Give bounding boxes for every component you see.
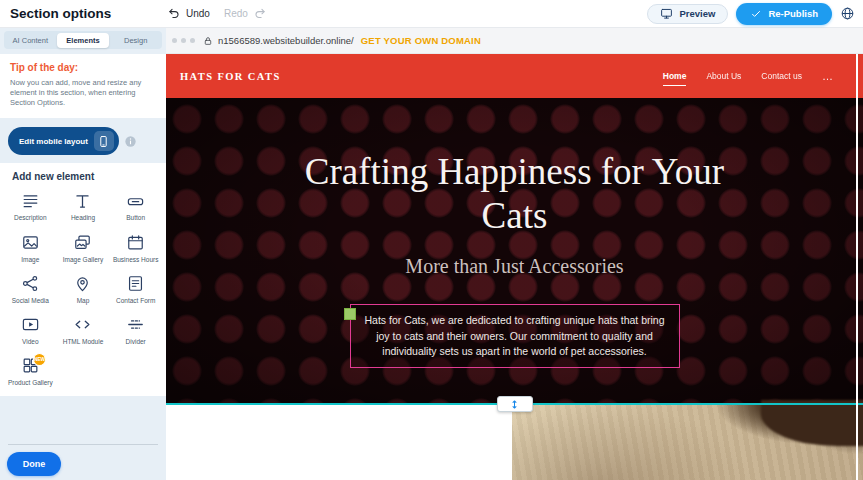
element-map[interactable]: Map <box>57 271 110 308</box>
phone-icon <box>94 131 114 151</box>
element-social-media[interactable]: Social Media <box>4 271 57 308</box>
element-label: Heading <box>71 214 95 222</box>
lock-icon <box>203 36 213 46</box>
undo-icon <box>168 7 181 20</box>
site-preview: HATS FOR CATS Home About Us Contact us …… <box>166 54 863 480</box>
done-button[interactable]: Done <box>7 452 61 476</box>
element-label: Image Gallery <box>63 256 103 264</box>
contact-form-icon <box>126 274 145 294</box>
nav-contact-us[interactable]: Contact us <box>761 67 802 85</box>
element-label: HTML Module <box>63 338 104 346</box>
site-nav: Home About Us Contact us … <box>663 67 833 86</box>
heading-icon <box>73 191 92 211</box>
window-dots <box>172 38 195 43</box>
get-domain-link[interactable]: GET YOUR OWN DOMAIN <box>361 35 481 46</box>
video-icon <box>21 315 40 335</box>
empty-content-area <box>166 404 512 480</box>
mobile-layout-row: Edit mobile layout <box>8 127 166 155</box>
preview-button[interactable]: Preview <box>647 4 728 24</box>
topbar-actions: Preview Re-Publish <box>647 3 863 25</box>
history-controls: Undo Redo <box>168 7 266 20</box>
social-media-icon <box>21 274 40 294</box>
add-element-heading: Add new element <box>12 171 162 182</box>
element-business-hours[interactable]: Business Hours <box>109 230 162 267</box>
cat-silhouette <box>761 400 863 446</box>
divider-icon <box>126 315 145 335</box>
element-label: Map <box>77 297 90 305</box>
redo-icon <box>253 7 266 20</box>
site-header: HATS FOR CATS Home About Us Contact us … <box>166 54 863 98</box>
element-image[interactable]: Image <box>4 230 57 267</box>
next-section <box>166 404 863 480</box>
sidebar-divider <box>8 444 158 445</box>
image-gallery-icon <box>73 233 92 253</box>
element-drag-handle[interactable] <box>344 308 356 320</box>
edit-mobile-layout-label: Edit mobile layout <box>19 137 88 146</box>
tab-design[interactable]: Design <box>109 33 162 48</box>
element-image-gallery[interactable]: Image Gallery <box>57 230 110 267</box>
hero-subheading[interactable]: More than Just Accessories <box>405 255 623 278</box>
element-html-module[interactable]: HTML Module <box>57 312 110 349</box>
element-video[interactable]: Video <box>4 312 57 349</box>
element-label: Social Media <box>12 297 49 305</box>
info-button[interactable] <box>124 135 137 148</box>
cat-photo[interactable] <box>512 404 863 480</box>
preview-label: Preview <box>679 8 715 19</box>
add-element-panel: Add new element Description Heading Butt… <box>0 163 166 396</box>
element-label: Product Gallery <box>8 379 53 387</box>
section-options-sidebar: AI Content Elements Design Tip of the da… <box>0 28 166 480</box>
nav-more-button[interactable]: … <box>822 72 833 80</box>
element-divider[interactable]: Divider <box>109 312 162 349</box>
nav-about-us[interactable]: About Us <box>706 67 741 85</box>
editor-canvas: n1566589.websitebuilder.online/ GET YOUR… <box>166 28 863 480</box>
description-icon <box>21 191 40 211</box>
hero-heading[interactable]: Crafting Happiness for Your Cats <box>280 150 750 237</box>
window-dot <box>190 38 195 43</box>
element-button[interactable]: Button <box>109 188 162 225</box>
element-label: Divider <box>126 338 146 346</box>
tip-title: Tip of the day: <box>10 62 156 73</box>
hero-paragraph: Hats for Cats, we are dedicated to craft… <box>361 313 669 359</box>
site-logo[interactable]: HATS FOR CATS <box>180 71 281 82</box>
hero-paragraph-box[interactable]: Hats for Cats, we are dedicated to craft… <box>350 304 680 368</box>
tab-elements[interactable]: Elements <box>57 33 110 48</box>
element-grid: Description Heading Button Image <box>4 188 162 390</box>
redo-button[interactable]: Redo <box>224 7 266 20</box>
hero-section: Crafting Happiness for Your Cats More th… <box>166 98 863 404</box>
element-label: Description <box>14 214 47 222</box>
element-product-gallery[interactable]: NEW Product Gallery <box>4 353 57 390</box>
image-icon <box>21 233 40 253</box>
undo-label: Undo <box>186 8 210 19</box>
tab-ai-content[interactable]: AI Content <box>4 33 57 48</box>
element-contact-form[interactable]: Contact Form <box>109 271 162 308</box>
element-label: Image <box>21 256 39 264</box>
new-badge: NEW <box>33 353 46 366</box>
republish-label: Re-Publish <box>768 8 818 19</box>
browser-chrome-bar: n1566589.websitebuilder.online/ GET YOUR… <box>166 28 863 54</box>
undo-button[interactable]: Undo <box>168 7 210 20</box>
element-label: Business Hours <box>113 256 159 264</box>
republish-button[interactable]: Re-Publish <box>736 3 832 25</box>
window-dot <box>172 38 177 43</box>
language-globe-button[interactable] <box>840 6 855 21</box>
page-title: Section options <box>0 6 160 21</box>
button-icon <box>126 191 145 211</box>
site-url: n1566589.websitebuilder.online/ <box>218 35 354 46</box>
element-label: Contact Form <box>116 297 155 305</box>
editor-topbar: Section options Undo Redo Preview Re-P <box>0 0 863 28</box>
element-description[interactable]: Description <box>4 188 57 225</box>
sidebar-tabs: AI Content Elements Design <box>4 31 162 49</box>
element-heading[interactable]: Heading <box>57 188 110 225</box>
business-hours-icon <box>126 233 145 253</box>
element-label: Video <box>22 338 39 346</box>
edit-mobile-layout-button[interactable]: Edit mobile layout <box>8 127 119 155</box>
nav-home[interactable]: Home <box>663 67 687 86</box>
canvas-edge-gap <box>856 54 858 480</box>
element-label: Button <box>126 214 145 222</box>
info-icon <box>124 135 137 148</box>
map-icon <box>73 274 92 294</box>
tip-of-the-day-card: Tip of the day: Now you can add, move an… <box>0 54 166 118</box>
section-resize-handle[interactable] <box>497 396 533 412</box>
html-module-icon <box>73 315 92 335</box>
check-icon <box>750 8 762 20</box>
